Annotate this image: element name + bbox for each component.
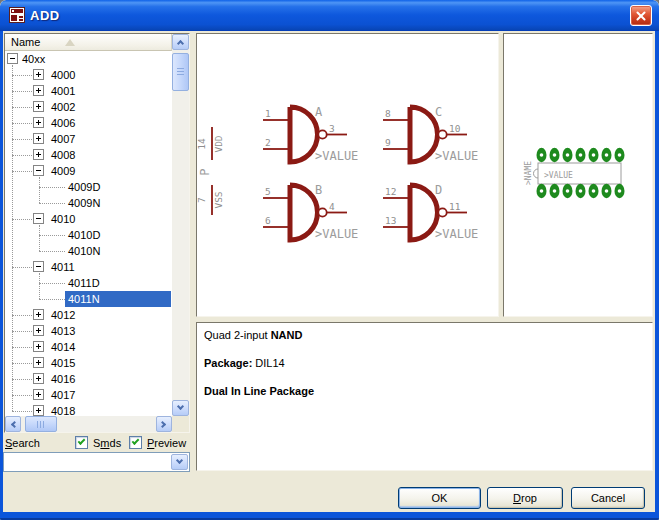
cancel-button[interactable]: Cancel: [571, 487, 645, 509]
collapse-toggle-icon[interactable]: [33, 261, 44, 272]
svg-text:7: 7: [197, 197, 207, 203]
collapse-toggle-icon[interactable]: [33, 165, 44, 176]
tree-connector: [12, 219, 32, 220]
tree-item-label: 4014: [48, 339, 78, 355]
tree-item-4008[interactable]: 4008: [5, 147, 172, 163]
tree-item-4007[interactable]: 4007: [5, 131, 172, 147]
expand-toggle-icon[interactable]: [33, 325, 44, 336]
tree-item-4017[interactable]: 4017: [5, 387, 172, 403]
tree-item-4013[interactable]: 4013: [5, 323, 172, 339]
chevron-down-icon: [177, 403, 184, 410]
vertical-scroll-thumb[interactable]: [172, 53, 189, 91]
tree-connector: [12, 107, 32, 108]
tree-item-4010D[interactable]: 4010D: [5, 227, 172, 243]
svg-text:>VALUE: >VALUE: [435, 149, 478, 163]
expand-toggle-icon[interactable]: [33, 309, 44, 320]
close-button[interactable]: [630, 5, 652, 26]
search-label: Search: [5, 437, 40, 449]
tree-item-4006[interactable]: 4006: [5, 115, 172, 131]
name-column-header[interactable]: Name: [5, 34, 172, 51]
expand-toggle-icon[interactable]: [33, 85, 44, 96]
description-line-2: Package: DIL14: [204, 357, 285, 369]
tree-item-4009N[interactable]: 4009N: [5, 195, 172, 211]
expand-toggle-icon[interactable]: [33, 69, 44, 80]
expand-toggle-icon[interactable]: [33, 133, 44, 144]
title-bar[interactable]: ADD: [0, 0, 659, 31]
tree-item-4000[interactable]: 4000: [5, 67, 172, 83]
window-title: ADD: [30, 8, 60, 23]
drop-button[interactable]: Drop: [487, 487, 563, 509]
tree-item-4011N[interactable]: 4011N: [5, 291, 172, 307]
tree-item-label: 4009N: [65, 195, 103, 211]
chevron-up-icon: [177, 40, 184, 47]
svg-text:P: P: [198, 168, 212, 175]
expand-toggle-icon[interactable]: [33, 101, 44, 112]
expand-toggle-icon[interactable]: [33, 373, 44, 384]
tree-item-label: 4011D: [65, 275, 103, 291]
tree-item-4012[interactable]: 4012: [5, 307, 172, 323]
tree-item-4018[interactable]: 4018: [5, 403, 172, 416]
expand-toggle-icon[interactable]: [33, 357, 44, 368]
combo-dropdown-button[interactable]: [171, 454, 188, 470]
tree-connector: [12, 395, 32, 396]
tree-item-4011D[interactable]: 4011D: [5, 275, 172, 291]
tree-horizontal-scrollbar[interactable]: [5, 416, 172, 432]
expand-toggle-icon[interactable]: [33, 405, 44, 416]
scroll-left-button[interactable]: [5, 416, 21, 432]
tree-connector: [12, 155, 32, 156]
window-border: [0, 512, 659, 520]
app-icon: [9, 7, 25, 23]
tree-item-label: 4016: [48, 371, 78, 387]
description-line-1: Quad 2-input NAND: [204, 329, 302, 341]
check-icon: [132, 437, 140, 445]
tree-connector: [12, 139, 32, 140]
tree-connector: [12, 91, 32, 92]
tree-connector: [12, 379, 32, 380]
tree-item-4009[interactable]: 4009: [5, 163, 172, 179]
expand-toggle-icon[interactable]: [33, 149, 44, 160]
tree-item-label: 4006: [48, 115, 78, 131]
tree-item-4016[interactable]: 4016: [5, 371, 172, 387]
svg-text:A: A: [315, 105, 323, 119]
tree-item-label: 4010: [48, 211, 78, 227]
collapse-toggle-icon[interactable]: [33, 213, 44, 224]
tree-vertical-scrollbar[interactable]: [172, 34, 189, 416]
search-combobox[interactable]: [3, 452, 190, 472]
scroll-right-button[interactable]: [156, 416, 172, 432]
preview-checkbox[interactable]: [129, 436, 142, 449]
ok-button[interactable]: OK: [398, 487, 481, 509]
tree-item-label: 4018: [48, 403, 78, 416]
scroll-up-button[interactable]: [172, 34, 189, 50]
svg-text:10: 10: [449, 123, 461, 134]
tree-item-label: 4009D: [65, 179, 103, 195]
svg-text:5: 5: [265, 186, 271, 197]
sort-ascending-icon: [65, 39, 75, 46]
collapse-toggle-icon[interactable]: [7, 53, 18, 64]
horizontal-scroll-thumb[interactable]: [25, 416, 57, 432]
tree-connector: [12, 65, 13, 411]
tree-item-label: 4015: [48, 355, 78, 371]
tree-item-4015[interactable]: 4015: [5, 355, 172, 371]
tree-item-4014[interactable]: 4014: [5, 339, 172, 355]
svg-text:13: 13: [385, 215, 396, 226]
tree-item-40xx[interactable]: 40xx: [5, 51, 172, 67]
name-column-label: Name: [11, 36, 40, 48]
tree-connector: [12, 331, 32, 332]
svg-text:12: 12: [385, 186, 396, 197]
scroll-down-button[interactable]: [172, 400, 189, 416]
smds-checkbox[interactable]: [75, 436, 88, 449]
tree-item-4009D[interactable]: 4009D: [5, 179, 172, 195]
expand-toggle-icon[interactable]: [33, 117, 44, 128]
svg-text:>VALUE: >VALUE: [315, 149, 358, 163]
expand-toggle-icon[interactable]: [33, 341, 44, 352]
tree-item-label: 4010D: [65, 227, 103, 243]
svg-text:VSS: VSS: [213, 191, 224, 208]
expand-toggle-icon[interactable]: [33, 389, 44, 400]
tree-item-4011[interactable]: 4011: [5, 259, 172, 275]
smds-label: Smds: [93, 437, 121, 449]
tree-item-4001[interactable]: 4001: [5, 83, 172, 99]
tree-item-4002[interactable]: 4002: [5, 99, 172, 115]
tree-item-4010N[interactable]: 4010N: [5, 243, 172, 259]
svg-text:4: 4: [329, 201, 335, 212]
tree-item-4010[interactable]: 4010: [5, 211, 172, 227]
